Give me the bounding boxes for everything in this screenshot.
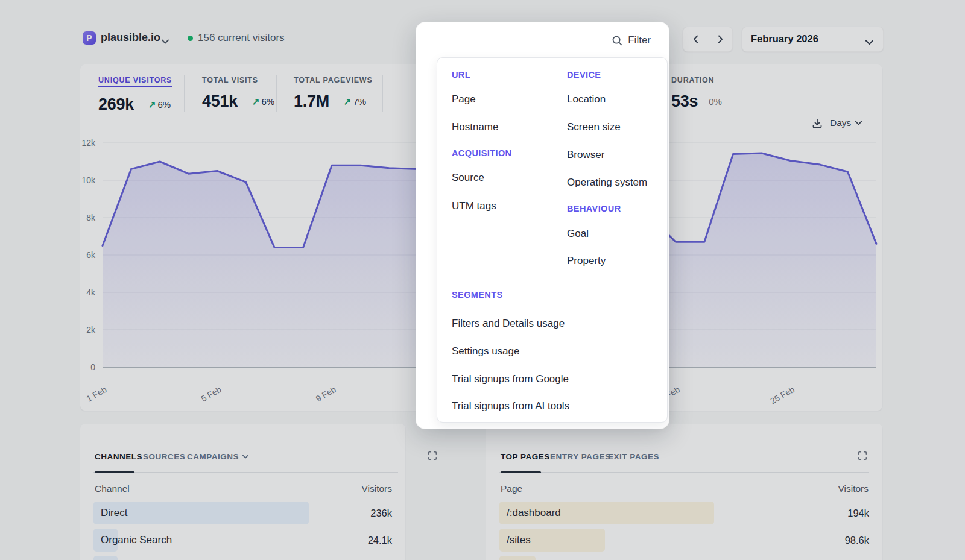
filter-item-page[interactable]: Page — [452, 93, 476, 105]
filter-item-utm-tags[interactable]: UTM tags — [452, 200, 496, 212]
filter-item-browser[interactable]: Browser — [567, 149, 604, 161]
filter-item-goal[interactable]: Goal — [567, 228, 589, 240]
filter-item-source[interactable]: Source — [452, 172, 484, 184]
segment-item-trial-google[interactable]: Trial signups from Google — [452, 373, 569, 385]
filter-item-os[interactable]: Operating system — [567, 177, 647, 189]
section-behaviour: BEHAVIOUR — [567, 204, 621, 213]
plausible-dashboard: P plausible.io 156 current visitors Febr… — [0, 0, 965, 560]
section-url: URL — [452, 70, 470, 80]
section-segments: SEGMENTS — [452, 290, 503, 300]
segment-item-filters-details[interactable]: Filters and Details usage — [452, 318, 565, 330]
segment-item-trial-ai[interactable]: Trial signups from AI tools — [452, 400, 569, 412]
filter-item-location[interactable]: Location — [567, 93, 606, 105]
filter-label: Filter — [628, 34, 651, 46]
filter-popover: Filter URL Page Hostname ACQUISITION Sou… — [416, 22, 669, 429]
filter-search-button[interactable]: Filter — [612, 34, 651, 46]
filter-item-hostname[interactable]: Hostname — [452, 121, 498, 133]
filter-item-screen-size[interactable]: Screen size — [567, 121, 621, 133]
section-acquisition: ACQUISITION — [452, 148, 511, 158]
section-device: DEVICE — [567, 70, 601, 80]
filter-item-property[interactable]: Property — [567, 255, 606, 267]
menu-divider — [437, 278, 667, 278]
filter-menu: URL Page Hostname ACQUISITION Source UTM… — [437, 57, 668, 423]
search-icon — [612, 35, 622, 46]
segment-item-settings-usage[interactable]: Settings usage — [452, 345, 519, 357]
